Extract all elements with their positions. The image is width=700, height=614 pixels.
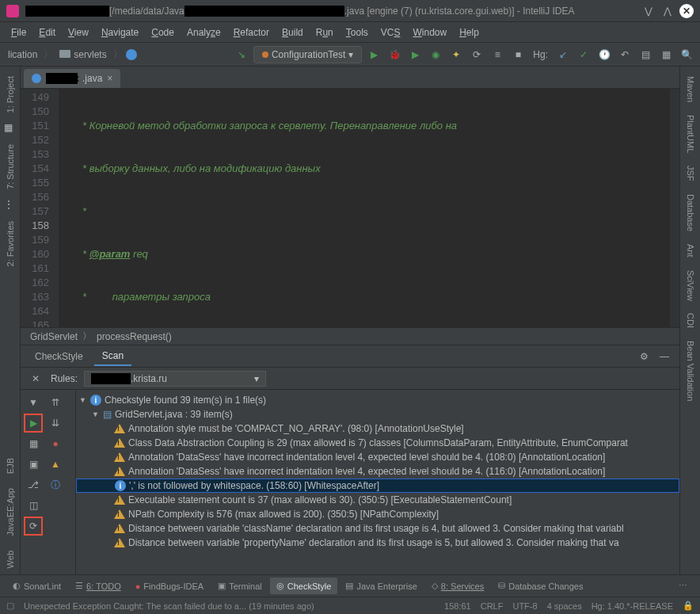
- side-tab-project[interactable]: 1: Project: [2, 70, 18, 119]
- auto-button[interactable]: ◫: [24, 496, 43, 515]
- scan-file-button[interactable]: ▶: [24, 414, 43, 433]
- menu-refactor[interactable]: Refactor: [227, 24, 276, 41]
- side-tab-favorites[interactable]: 2: Favorites: [2, 215, 18, 273]
- menu-run[interactable]: Run: [310, 24, 340, 41]
- scan-module-button[interactable]: ▦: [24, 434, 43, 453]
- debug-button[interactable]: 🐞: [386, 46, 403, 63]
- sidebar-toggle-icon[interactable]: ▢: [6, 601, 14, 611]
- menu-view[interactable]: View: [62, 24, 95, 41]
- side-tab-jsf[interactable]: JSF: [683, 159, 698, 188]
- settings-button[interactable]: ⟳: [24, 517, 43, 536]
- vcs-commit-button[interactable]: ✓: [575, 46, 592, 63]
- btab-dbchanges[interactable]: ⛁ Database Changes: [492, 578, 589, 594]
- tree-item[interactable]: Distance between variable 'propertyName'…: [76, 536, 679, 550]
- editor-tab[interactable]: xxxxxxx.java ×: [24, 69, 120, 88]
- vcs-revert-button[interactable]: ↶: [616, 46, 633, 63]
- menu-build[interactable]: Build: [276, 24, 310, 41]
- lock-icon[interactable]: 🔒: [683, 601, 694, 611]
- status-eol[interactable]: CRLF: [481, 601, 504, 611]
- info-filter-button[interactable]: ⓘ: [46, 475, 65, 494]
- status-vcs[interactable]: Hg: 1.40.*-RELEASE: [592, 601, 673, 611]
- side-tab-ant[interactable]: Ant: [683, 238, 698, 264]
- breadcrumb-item[interactable]: servlets: [56, 48, 109, 62]
- run-config-selector[interactable]: ConfigurationTest ▾: [253, 46, 362, 63]
- tree-item[interactable]: NPath Complexity is 576 (max allowed is …: [76, 507, 679, 521]
- sidebar-icon[interactable]: ⋮: [4, 199, 17, 212]
- btab-more[interactable]: ⋯: [672, 578, 694, 594]
- side-tab-sciview[interactable]: SciView: [683, 264, 698, 307]
- gear-icon[interactable]: ⚙: [635, 348, 652, 365]
- scan-project-button[interactable]: ▣: [24, 455, 43, 474]
- btab-javaee[interactable]: ▤ Java Enterprise: [339, 578, 423, 594]
- run-button[interactable]: ▶: [365, 46, 382, 63]
- status-position[interactable]: 158:61: [444, 601, 471, 611]
- btab-todo[interactable]: ☰ 6: TODO: [69, 578, 127, 594]
- side-tab-bean[interactable]: Bean Validation: [683, 334, 698, 407]
- vcs-history-button[interactable]: 🕐: [595, 46, 613, 63]
- side-tab-database[interactable]: Database: [683, 188, 698, 238]
- panel-tab-checkstyle[interactable]: CheckStyle: [27, 348, 91, 365]
- btab-sonarlint[interactable]: ◐ SonarLint: [6, 578, 67, 594]
- side-tab-ejb[interactable]: EJB: [2, 452, 18, 480]
- side-tab-plantuml[interactable]: PlantUML: [683, 109, 698, 159]
- btab-services[interactable]: ◇ 8: Services: [425, 578, 490, 594]
- status-indent[interactable]: 4 spaces: [547, 601, 582, 611]
- collapse-icon[interactable]: ⇈: [46, 393, 65, 412]
- profile-button[interactable]: ◉: [427, 46, 444, 63]
- minimize-button[interactable]: ⋁: [641, 4, 656, 18]
- editor-marks[interactable]: [670, 89, 679, 327]
- tree-item[interactable]: Distance between variable 'className' de…: [76, 521, 679, 536]
- btab-checkstyle[interactable]: ◎ CheckStyle: [270, 578, 338, 594]
- tree-item[interactable]: Class Data Abstraction Coupling is 29 (m…: [76, 436, 679, 450]
- scan-vcs-button[interactable]: ⎇: [24, 475, 43, 494]
- side-tab-javaee[interactable]: JavaEE:App: [2, 482, 18, 543]
- code-editor[interactable]: 149 150 151 152 153 154 155 156 157 158 …: [21, 89, 679, 327]
- menu-edit[interactable]: Edit: [32, 24, 62, 41]
- tree-file[interactable]: ▼ ▤ GridServlet.java : 39 item(s): [76, 407, 679, 421]
- stop2-button[interactable]: ≡: [489, 46, 506, 63]
- btab-terminal[interactable]: ▣ Terminal: [211, 578, 268, 594]
- menu-vcs[interactable]: VCS: [375, 24, 407, 41]
- class-icon[interactable]: [126, 49, 137, 60]
- stop-button[interactable]: ⟳: [468, 46, 485, 63]
- tree-item[interactable]: Annotation 'DataSess' have incorrect ind…: [76, 464, 679, 479]
- tree-item[interactable]: Executable statement count is 37 (max al…: [76, 493, 679, 507]
- breadcrumb-item[interactable]: lication: [5, 48, 40, 62]
- code-content[interactable]: * Корневой метод обработки запроса к сер…: [59, 89, 670, 327]
- sidebar-icon[interactable]: ▦: [4, 122, 17, 135]
- tree-item[interactable]: Annotation style must be 'COMPACT_NO_ARR…: [76, 421, 679, 436]
- expand-icon[interactable]: ▼: [24, 393, 43, 412]
- vcs-push-button[interactable]: ▤: [637, 46, 654, 63]
- crumb-class[interactable]: GridServlet: [30, 331, 78, 342]
- maximize-button[interactable]: ⋀: [660, 4, 675, 18]
- btab-findbugs[interactable]: ● FindBugs-IDEA: [129, 578, 210, 594]
- panel-tab-scan[interactable]: Scan: [94, 347, 131, 366]
- minimize-panel-icon[interactable]: —: [656, 348, 673, 365]
- side-tab-web[interactable]: Web: [2, 544, 18, 574]
- tree-root[interactable]: ▼ i Checkstyle found 39 item(s) in 1 fil…: [76, 393, 679, 407]
- collapse2-icon[interactable]: ⇊: [46, 414, 65, 433]
- menu-code[interactable]: Code: [145, 24, 181, 41]
- side-tab-structure[interactable]: 7: Structure: [2, 138, 18, 196]
- menu-window[interactable]: Window: [406, 24, 453, 41]
- tree-item-selected[interactable]: i',' is not followed by whitespace. (158…: [76, 479, 679, 493]
- status-encoding[interactable]: UTF-8: [512, 601, 537, 611]
- crumb-method[interactable]: processRequest(): [97, 331, 172, 342]
- error-filter-button[interactable]: ●: [46, 434, 65, 453]
- close-panel-icon[interactable]: ✕: [27, 370, 44, 387]
- search-button[interactable]: 🔍: [678, 46, 695, 63]
- gutter[interactable]: 149 150 151 152 153 154 155 156 157 158 …: [21, 89, 59, 327]
- side-tab-maven[interactable]: Maven: [683, 70, 698, 109]
- rules-dropdown[interactable]: xxxxxxx.krista.ru ▾: [84, 371, 266, 387]
- coverage-button[interactable]: ▶: [406, 46, 424, 63]
- build-icon[interactable]: ↘: [233, 46, 250, 63]
- close-button[interactable]: ✕: [679, 4, 694, 18]
- tree-item[interactable]: Annotation 'DataSess' have incorrect ind…: [76, 450, 679, 464]
- menu-file[interactable]: File: [5, 24, 32, 41]
- side-tab-cdi[interactable]: CDI: [683, 307, 698, 334]
- menu-help[interactable]: Help: [453, 24, 485, 41]
- close-tab-icon[interactable]: ×: [107, 73, 112, 84]
- attach-button[interactable]: ✦: [447, 46, 465, 63]
- menu-navigate[interactable]: Navigate: [95, 24, 145, 41]
- ide-settings-button[interactable]: ▦: [657, 46, 675, 63]
